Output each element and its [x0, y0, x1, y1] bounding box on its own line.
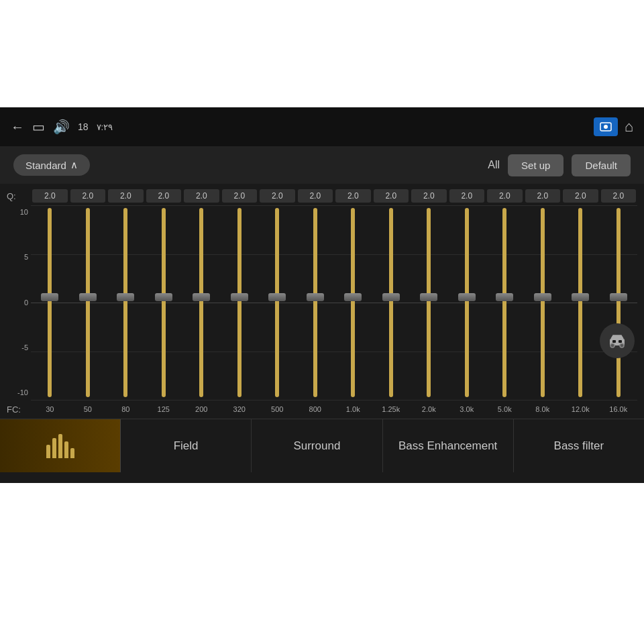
eq-bar-1	[46, 445, 50, 458]
fc-value-7: 800	[297, 405, 335, 413]
q-value-10: 2.0	[411, 189, 447, 203]
slider-thumb-3.0k[interactable]	[458, 293, 476, 301]
slider-thumb-8.0k[interactable]	[534, 293, 551, 301]
fc-value-15: 16.0k	[600, 405, 638, 413]
fc-value-3: 125	[145, 405, 183, 413]
back-icon[interactable]: ←	[11, 119, 24, 135]
fc-value-9: 1.25k	[372, 405, 411, 413]
car-settings-button[interactable]	[600, 323, 635, 358]
slider-track-2.0k	[427, 208, 431, 397]
q-value-1: 2.0	[70, 189, 106, 203]
tab-field[interactable]: Field	[121, 419, 252, 472]
slider-thumb-1.0k[interactable]	[344, 293, 362, 301]
eq-bar-5	[70, 448, 74, 458]
q-value-6: 2.0	[260, 189, 295, 203]
slider-thumb-12.0k[interactable]	[572, 293, 589, 301]
app-container: ← ▭ 🔊 18 ۷:۲۹ ⌂ Standard ∧ All Set up De…	[0, 107, 644, 483]
slider-thumb-125[interactable]	[155, 293, 172, 301]
slider-col-3.0k[interactable]	[448, 205, 486, 400]
chevron-up-icon: ∧	[70, 159, 78, 171]
eq-toolbar: Standard ∧ All Set up Default	[0, 146, 644, 184]
scale-label--10: -10	[7, 389, 31, 396]
slider-col-1.0k[interactable]	[334, 205, 372, 400]
slider-track-16.0k	[616, 208, 621, 397]
slider-col-5.0k[interactable]	[486, 205, 524, 400]
q-value-8: 2.0	[335, 189, 371, 203]
fc-value-6: 500	[258, 405, 297, 413]
slider-thumb-50[interactable]	[79, 293, 97, 301]
slider-track-200	[199, 208, 203, 397]
window-icon[interactable]: ▭	[32, 119, 45, 135]
setup-button[interactable]: Set up	[508, 154, 564, 176]
slider-col-125[interactable]	[145, 205, 183, 400]
slider-thumb-16.0k[interactable]	[610, 293, 627, 301]
volume-icon[interactable]: 🔊	[53, 119, 70, 135]
eq-area: Q: 2.02.02.02.02.02.02.02.02.02.02.02.02…	[0, 184, 644, 419]
slider-thumb-30[interactable]	[41, 293, 58, 301]
home-icon[interactable]: ⌂	[625, 118, 633, 136]
preset-button[interactable]: Standard ∧	[13, 154, 90, 176]
fc-value-5: 320	[221, 405, 259, 413]
slider-thumb-320[interactable]	[231, 293, 248, 301]
scale-column: 1050-5-10	[7, 205, 31, 400]
slider-col-500[interactable]	[258, 205, 297, 400]
fc-value-10: 2.0k	[410, 405, 448, 413]
q-value-3: 2.0	[146, 189, 182, 203]
slider-track-1.25k	[389, 208, 393, 397]
slider-col-50[interactable]	[69, 205, 107, 400]
fc-value-14: 12.0k	[561, 405, 600, 413]
slider-track-500	[275, 208, 279, 397]
q-value-4: 2.0	[184, 189, 219, 203]
fc-value-0: 30	[31, 405, 69, 413]
slider-col-12.0k[interactable]	[561, 205, 600, 400]
slider-track-125	[162, 208, 166, 397]
time-display: ۷:۲۹	[97, 122, 113, 132]
slider-col-800[interactable]	[297, 205, 335, 400]
slider-col-200[interactable]	[182, 205, 221, 400]
slider-col-30[interactable]	[31, 205, 69, 400]
default-button[interactable]: Default	[572, 154, 631, 176]
eq-bar-2	[52, 438, 56, 458]
q-values: 2.02.02.02.02.02.02.02.02.02.02.02.02.02…	[31, 189, 637, 203]
slider-track-5.0k	[502, 208, 506, 397]
tab-eq[interactable]	[0, 419, 121, 472]
app-icon	[594, 117, 618, 136]
slider-col-320[interactable]	[221, 205, 259, 400]
slider-track-30	[48, 208, 52, 397]
tab-bass-enhancement[interactable]: Bass Enhancement	[383, 419, 514, 472]
slider-thumb-500[interactable]	[268, 293, 286, 301]
q-value-11: 2.0	[449, 189, 485, 203]
slider-col-8.0k[interactable]	[524, 205, 562, 400]
svg-point-1	[604, 125, 608, 129]
q-value-0: 2.0	[32, 189, 68, 203]
eq-bar-3	[58, 434, 62, 458]
slider-thumb-1.25k[interactable]	[382, 293, 400, 301]
slider-track-8.0k	[541, 208, 545, 397]
slider-thumb-5.0k[interactable]	[496, 293, 513, 301]
q-row: Q: 2.02.02.02.02.02.02.02.02.02.02.02.02…	[7, 184, 637, 205]
slider-col-16.0k[interactable]	[600, 205, 638, 400]
fc-value-11: 3.0k	[448, 405, 486, 413]
slider-thumb-800[interactable]	[307, 293, 324, 301]
slider-col-2.0k[interactable]	[410, 205, 448, 400]
eq-bars-icon	[46, 434, 74, 458]
scale-label-5: 5	[7, 254, 31, 261]
preset-label: Standard	[25, 160, 66, 171]
tab-surround[interactable]: Surround	[252, 419, 382, 472]
volume-value: 18	[78, 121, 89, 132]
tab-bass-filter[interactable]: Bass filter	[514, 419, 644, 472]
q-value-5: 2.0	[222, 189, 258, 203]
q-label: Q:	[7, 191, 31, 201]
slider-track-12.0k	[578, 208, 582, 397]
eq-bar-4	[64, 441, 68, 458]
q-value-15: 2.0	[601, 189, 637, 203]
scale-label-10: 10	[7, 209, 31, 216]
sliders-section: 1050-5-10	[7, 205, 637, 400]
slider-thumb-80[interactable]	[117, 293, 134, 301]
slider-col-1.25k[interactable]	[372, 205, 411, 400]
slider-thumb-200[interactable]	[193, 293, 210, 301]
slider-thumb-2.0k[interactable]	[420, 293, 437, 301]
all-label: All	[488, 159, 500, 171]
q-value-2: 2.0	[108, 189, 144, 203]
slider-col-80[interactable]	[107, 205, 145, 400]
